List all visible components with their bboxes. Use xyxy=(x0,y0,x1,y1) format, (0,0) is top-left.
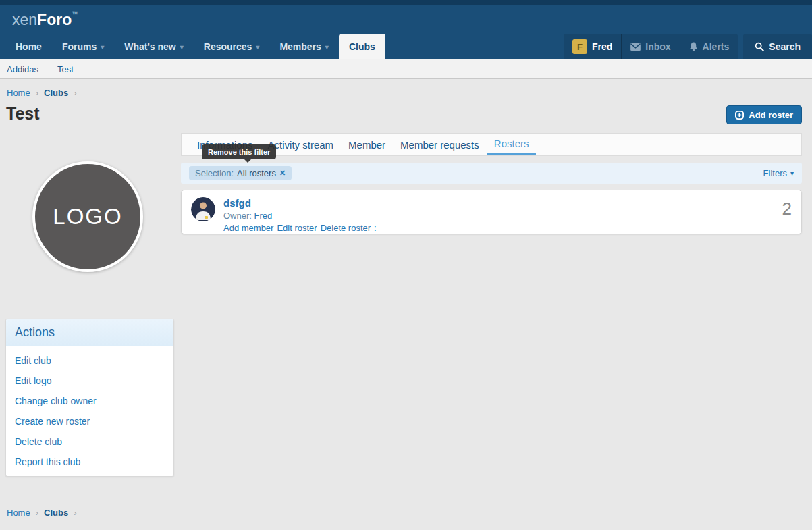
chevron-down-icon: ▾ xyxy=(256,43,259,51)
report-this-club-link[interactable]: Report this club xyxy=(6,452,173,472)
owner-name-link[interactable]: Fred xyxy=(254,211,273,221)
visitor-tabs: F Fred Inbox Alerts xyxy=(564,34,738,59)
nav-item-label: Resources xyxy=(204,41,252,52)
roster-owner: Owner: Fred xyxy=(223,211,782,221)
search-label: Search xyxy=(769,41,801,52)
add-member-link[interactable]: Add member xyxy=(223,223,273,233)
delete-roster-link[interactable]: Delete roster xyxy=(321,223,371,233)
site-logo[interactable]: xenForo™ xyxy=(12,11,78,29)
nav-item-home[interactable]: Home xyxy=(5,34,52,59)
roster-info: dsfgd Owner: Fred Add member Edit roster… xyxy=(223,197,782,234)
page-title: Test xyxy=(6,104,40,124)
filters-label: Filters xyxy=(763,168,787,178)
logo-trademark: ™ xyxy=(72,11,78,18)
breadcrumb-separator-icon: › xyxy=(36,508,38,518)
alerts-button[interactable]: Alerts xyxy=(680,34,738,59)
nav-item-resources[interactable]: Resources ▾ xyxy=(194,34,270,59)
roster-member-count: 2 xyxy=(782,198,792,234)
breadcrumb-clubs-link[interactable]: Clubs xyxy=(44,88,68,98)
filter-bar: Selection: All rosters ✕ Filters ▾ xyxy=(181,163,802,184)
selection-filter-pill[interactable]: Selection: All rosters ✕ xyxy=(189,166,292,180)
breadcrumb-bottom: Home › Clubs › xyxy=(7,508,77,518)
bell-icon xyxy=(689,42,698,51)
tab-member-requests[interactable]: Member requests xyxy=(393,134,487,155)
inbox-button[interactable]: Inbox xyxy=(622,34,680,59)
breadcrumb-home-link[interactable]: Home xyxy=(7,508,30,518)
subnav-item-test[interactable]: Test xyxy=(57,64,74,74)
breadcrumb: Home › Clubs › xyxy=(7,88,77,98)
chevron-down-icon: ▾ xyxy=(790,169,794,177)
tooltip-arrow xyxy=(244,159,252,163)
delete-club-link[interactable]: Delete club xyxy=(6,431,173,452)
nav-item-label: Members xyxy=(279,41,321,52)
inbox-label: Inbox xyxy=(645,41,670,52)
selection-value: All rosters xyxy=(237,168,276,178)
alerts-label: Alerts xyxy=(703,41,730,52)
user-name: Fred xyxy=(592,41,612,52)
logo-text-foro: Foro xyxy=(37,11,72,28)
envelope-icon xyxy=(630,43,641,51)
club-logo[interactable]: LOGO xyxy=(32,161,143,272)
add-roster-label: Add roster xyxy=(749,110,793,120)
create-new-roster-link[interactable]: Create new roster xyxy=(6,411,173,431)
logo-text-xen: xen xyxy=(12,11,37,28)
actions-list: Edit club Edit logo Change club owner Cr… xyxy=(6,346,173,476)
breadcrumb-separator-icon: › xyxy=(36,88,38,98)
breadcrumb-home-link[interactable]: Home xyxy=(7,88,30,98)
account-menu-button[interactable]: F Fred xyxy=(564,34,622,59)
roster-avatar[interactable] xyxy=(191,197,215,221)
roster-actions: Add member Edit roster Delete roster : xyxy=(223,223,782,233)
chevron-down-icon: ▾ xyxy=(180,43,184,51)
site-header: xenForo™ Home Forums ▾ What's new ▾ Reso… xyxy=(0,5,812,59)
search-button[interactable]: Search xyxy=(743,34,812,59)
selection-label: Selection: xyxy=(195,168,234,178)
nav-item-label: Home xyxy=(16,41,42,52)
breadcrumb-separator-icon: › xyxy=(74,508,76,518)
filters-menu-button[interactable]: Filters ▾ xyxy=(763,168,794,178)
roster-list-item: dsfgd Owner: Fred Add member Edit roster… xyxy=(181,190,802,234)
roster-title-link[interactable]: dsfgd xyxy=(223,197,782,209)
actions-panel-title: Actions xyxy=(6,319,173,346)
search-icon xyxy=(755,42,764,51)
header-top-strip xyxy=(0,0,812,5)
nav-item-whats-new[interactable]: What's new ▾ xyxy=(114,34,193,59)
edit-roster-link[interactable]: Edit roster xyxy=(277,223,317,233)
avatar: F xyxy=(572,39,587,54)
edit-logo-link[interactable]: Edit logo xyxy=(6,371,173,391)
breadcrumb-clubs-link[interactable]: Clubs xyxy=(44,508,68,518)
breadcrumb-separator-icon: › xyxy=(74,88,76,98)
tab-rosters[interactable]: Rosters xyxy=(487,134,537,155)
chevron-down-icon: ▾ xyxy=(101,43,104,51)
subnav-item-addidas[interactable]: Addidas xyxy=(7,64,38,74)
tooltip-text: Remove this filter xyxy=(208,148,270,156)
owner-label: Owner: xyxy=(223,211,252,221)
edit-club-link[interactable]: Edit club xyxy=(6,350,173,371)
nav-item-forums[interactable]: Forums ▾ xyxy=(52,34,114,59)
nav-item-label: What's new xyxy=(124,41,175,52)
club-logo-text: LOGO xyxy=(53,204,122,230)
plus-icon xyxy=(735,111,744,120)
actions-panel: Actions Edit club Edit logo Change club … xyxy=(5,319,174,477)
add-roster-button[interactable]: Add roster xyxy=(726,105,802,124)
nav-item-clubs[interactable]: Clubs xyxy=(339,34,385,59)
user-area: F Fred Inbox Alerts Search xyxy=(564,34,812,59)
remove-filter-icon[interactable]: ✕ xyxy=(279,169,286,178)
roster-more-link[interactable]: : xyxy=(374,223,377,233)
nav-item-label: Forums xyxy=(62,41,97,52)
nav-item-members[interactable]: Members ▾ xyxy=(269,34,339,59)
sub-navigation: Addidas Test xyxy=(0,59,812,79)
nav-item-label: Clubs xyxy=(349,41,375,52)
chevron-down-icon: ▾ xyxy=(325,43,329,51)
change-club-owner-link[interactable]: Change club owner xyxy=(6,391,173,411)
tab-member[interactable]: Member xyxy=(341,134,393,155)
tooltip: Remove this filter xyxy=(202,144,276,159)
